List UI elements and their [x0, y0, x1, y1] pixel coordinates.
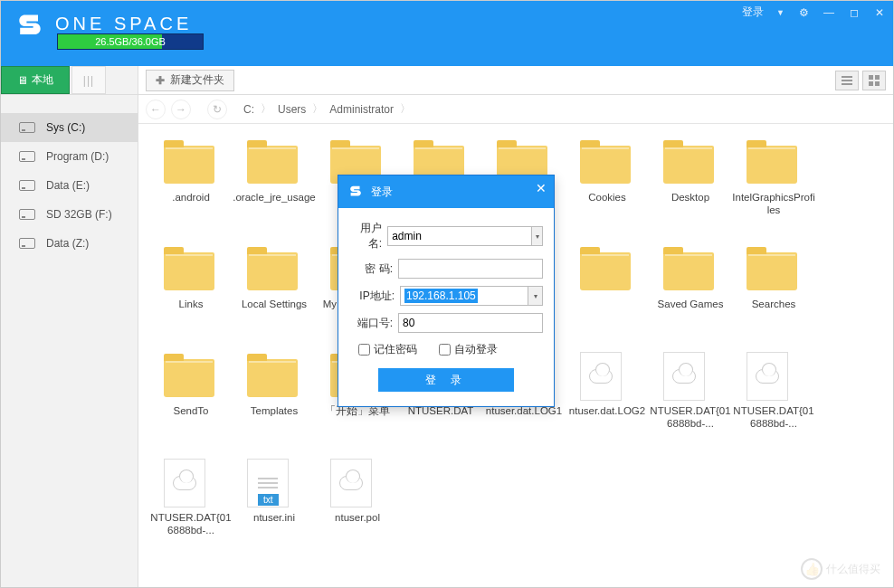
file-icon: txt — [247, 459, 289, 507]
close-button[interactable]: ✕ — [873, 6, 886, 19]
file-item[interactable]: NTUSER.DAT{016888bd-... — [649, 348, 732, 455]
header-login-link[interactable]: 登录 — [742, 5, 764, 20]
settings-icon[interactable]: ⚙ — [797, 6, 810, 19]
monitor-icon: 🖥 — [17, 74, 28, 87]
ip-label: IP地址: — [349, 289, 395, 304]
drive-item[interactable]: Data (E:) — [1, 171, 138, 200]
file-item[interactable]: SendTo — [149, 348, 233, 455]
file-item[interactable]: ntuser.pol — [316, 455, 399, 562]
other-tab[interactable]: ||| — [71, 66, 106, 94]
folder-icon — [580, 252, 631, 290]
minimize-button[interactable]: — — [823, 6, 835, 19]
storage-meter: 26.5GB/36.0GB — [57, 33, 204, 50]
drive-item[interactable]: Data (Z:) — [1, 229, 138, 258]
file-label: NTUSER.DAT{016888bd-... — [649, 404, 732, 430]
username-dropdown-icon[interactable]: ▾ — [532, 226, 543, 246]
file-item[interactable]: .oracle_jre_usage — [233, 135, 316, 242]
cloud-icon — [589, 369, 613, 384]
file-label: .android — [172, 191, 210, 204]
file-item[interactable]: Cookies — [566, 135, 649, 242]
drive-item[interactable]: Program (D:) — [1, 142, 138, 171]
file-item[interactable]: ntuser.dat.LOG2 — [566, 348, 649, 455]
nav-forward-button[interactable]: → — [171, 100, 191, 119]
drive-label: Data (Z:) — [46, 237, 89, 250]
dialog-header[interactable]: 登录 ✕ — [338, 175, 554, 208]
breadcrumb-segment[interactable]: Users — [272, 101, 311, 118]
file-label: Desktop — [671, 191, 709, 204]
file-label: Local Settings — [242, 298, 307, 310]
refresh-button[interactable]: ↻ — [207, 100, 227, 119]
nav-back-button[interactable]: ← — [146, 100, 166, 119]
folder-icon — [747, 146, 797, 184]
file-item[interactable]: Templates — [233, 348, 316, 455]
view-grid-button[interactable] — [862, 71, 886, 90]
file-item[interactable]: NTUSER.DAT{016888bd-... — [149, 455, 233, 562]
dialog-title: 登录 — [371, 185, 393, 200]
file-item[interactable]: .android — [149, 135, 233, 242]
breadcrumb-segment[interactable]: Administrator — [324, 101, 399, 118]
local-tab[interactable]: 🖥 本地 — [1, 66, 70, 94]
password-input[interactable] — [398, 259, 543, 279]
drive-item[interactable]: SD 32GB (F:) — [1, 200, 138, 229]
auto-login-checkbox[interactable]: 自动登录 — [439, 342, 498, 357]
cloud-icon — [173, 476, 196, 490]
login-submit-button[interactable]: 登 录 — [378, 368, 514, 392]
file-item[interactable]: txtntuser.ini — [233, 455, 316, 562]
toolbar: ✚ 新建文件夹 — [138, 66, 893, 95]
storage-text: 26.5GB/36.0GB — [95, 36, 166, 47]
watermark: 👍 什么值得买 — [801, 558, 880, 580]
file-item[interactable]: Saved Games — [649, 242, 732, 348]
breadcrumb-bar: ← → ↻ C:〉Users〉Administrator〉 — [138, 95, 893, 124]
folder-icon — [580, 146, 631, 184]
txt-badge: txt — [258, 494, 279, 506]
file-item[interactable] — [566, 242, 649, 348]
file-label: ntuser.pol — [335, 511, 380, 524]
chevron-right-icon: 〉 — [312, 101, 323, 117]
file-label: Cookies — [588, 191, 626, 204]
file-item[interactable]: Links — [149, 242, 233, 348]
ip-dropdown-icon[interactable]: ▾ — [528, 286, 543, 306]
folder-icon — [663, 252, 714, 290]
bars-icon: ||| — [83, 74, 94, 87]
drive-icon — [19, 238, 35, 249]
ip-input[interactable]: 192.168.1.105 — [400, 286, 528, 306]
app-logo-icon — [14, 10, 46, 43]
file-icon — [580, 352, 622, 401]
cloud-icon — [756, 369, 779, 384]
port-input[interactable] — [398, 313, 543, 333]
file-label: ntuser.dat.LOG2 — [569, 404, 645, 417]
dialog-close-button[interactable]: ✕ — [536, 181, 547, 195]
file-item[interactable]: Local Settings — [233, 242, 316, 348]
folder-icon — [247, 359, 298, 397]
thumb-icon: 👍 — [801, 558, 823, 580]
file-label: Links — [179, 298, 204, 310]
drive-label: Sys (C:) — [46, 121, 85, 134]
file-icon — [330, 459, 372, 507]
chevron-right-icon: 〉 — [261, 101, 271, 117]
file-item[interactable]: Searches — [732, 242, 815, 348]
folder-icon — [164, 359, 214, 397]
folder-icon — [164, 146, 214, 184]
login-dropdown-icon[interactable]: ▼ — [776, 8, 785, 17]
maximize-button[interactable]: ◻ — [848, 6, 861, 19]
username-input[interactable] — [387, 226, 532, 246]
port-label: 端口号: — [349, 316, 393, 331]
folder-icon — [247, 146, 298, 184]
file-icon — [663, 352, 705, 401]
view-list-button[interactable] — [835, 71, 859, 90]
file-item[interactable]: Desktop — [649, 135, 732, 242]
drive-icon — [19, 151, 35, 162]
cloud-icon — [672, 369, 696, 384]
file-item[interactable]: NTUSER.DAT{016888bd-... — [732, 348, 815, 455]
folder-icon — [164, 252, 214, 290]
file-item[interactable]: IntelGraphicsProfiles — [732, 135, 815, 242]
new-folder-button[interactable]: ✚ 新建文件夹 — [146, 70, 234, 91]
drive-icon — [19, 209, 35, 220]
drive-item[interactable]: Sys (C:) — [1, 113, 138, 142]
folder-icon — [663, 146, 714, 184]
breadcrumb-segment[interactable]: C: — [238, 101, 260, 118]
sidebar: 🖥 本地 ||| Sys (C:)Program (D:)Data (E:)SD… — [1, 66, 138, 588]
remember-password-checkbox[interactable]: 记住密码 — [358, 342, 417, 357]
file-label: Saved Games — [658, 298, 724, 310]
file-label: NTUSER.DAT{016888bd-... — [732, 404, 815, 430]
